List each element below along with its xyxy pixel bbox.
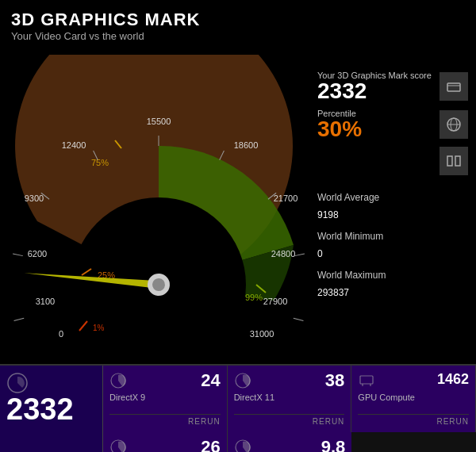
svg-rect-26 [455,156,460,166]
tick-18600: 18600 [234,140,259,150]
world-average-value: 9198 [317,209,339,220]
main-tile-score: 2332 [6,394,96,424]
tile-gpu-score: 1462 [375,372,469,386]
tile-dx10-icon [109,439,127,452]
tick-31000: 31000 [250,329,274,339]
tick-24800: 24800 [271,249,296,259]
pct75-label: 75% [91,158,109,167]
tile-dx9-rerun[interactable]: RERUN [109,414,221,426]
tile-gpu-label: GPU Compute [358,393,469,402]
sub-tiles-grid: 24 DirectX 9 RERUN 38 DirectX 11 RERUN [103,366,476,452]
pct1-label: 1% [93,324,105,332]
world-average: World Average 9198 [317,190,468,224]
page-subtitle: Your Video Card vs the world [11,30,465,42]
tile-dx9-score: 24 [127,372,221,389]
gauge-canvas: 15500 12400 18600 9300 21700 6200 24800 … [8,55,309,340]
tick-3100: 3100 [36,297,55,306]
tick-9300: 9300 [25,193,44,203]
compare-icon [440,147,468,175]
tile-dx12-score: 9.8 [251,439,346,452]
top-section: 15500 12400 18600 9300 21700 6200 24800 … [0,47,476,364]
score-row-percentile: Percentile 30% [317,109,468,140]
tile-gpu: 1462 GPU Compute RERUN [351,366,476,432]
tick-6200: 6200 [28,249,47,259]
world-minimum: World Minimum 0 [317,228,468,262]
page-title: 3D GRAPHICS MARK [11,10,465,30]
tile-dx9: 24 DirectX 9 RERUN [103,366,228,432]
pct99-label: 99% [245,293,263,302]
tile-gpu-rerun[interactable]: RERUN [358,414,469,426]
gauge-svg: 15500 12400 18600 9300 21700 6200 24800 … [8,55,309,340]
svg-line-12 [294,254,305,256]
bottom-section: 2332 3D Graphics Mark RERUN 24 DirectX 9… [0,364,476,452]
tile-dx9-icon [109,372,127,389]
score-value: 2332 [317,80,433,102]
tile-dx9-label: DirectX 9 [109,393,221,402]
gauge-area: 15500 12400 18600 9300 21700 6200 24800 … [8,55,309,364]
main-tile-icon [6,372,29,394]
score-main-icon [440,72,468,101]
main-tile: 2332 3D Graphics Mark RERUN [0,366,103,452]
tick-15500: 15500 [147,117,171,126]
tick-12400: 12400 [62,140,86,150]
score-row-main: Your 3D Graphics Mark score 2332 [317,71,468,102]
score-row-compare [317,147,468,175]
tile-dx10-score: 26 [127,439,221,452]
tile-dx11: 38 DirectX 11 RERUN [228,366,352,432]
tile-dx12-icon [234,439,251,452]
svg-line-16 [13,254,23,256]
tile-dx11-label: DirectX 11 [234,393,345,402]
percentile-value: 30% [317,118,433,140]
tile-dx12: 9.8 DirectX 12 RERUN [228,432,352,452]
world-minimum-value: 0 [317,248,323,259]
tile-dx11-icon [234,372,251,389]
tick-0: 0 [59,329,63,339]
tile-dx11-rerun[interactable]: RERUN [234,414,345,426]
tile-dx10: 26 DirectX 10 RERUN [103,432,228,452]
score-panel: Your 3D Graphics Mark score 2332 Percent… [309,55,468,364]
tick-27900: 27900 [263,297,288,306]
world-maximum: World Maximum 293837 [317,267,468,301]
svg-rect-30 [360,376,373,384]
svg-rect-20 [447,83,460,91]
tile-dx11-score: 38 [251,372,345,389]
world-stats: World Average 9198 World Minimum 0 World… [317,190,468,302]
tick-21700: 21700 [274,193,298,203]
svg-line-13 [294,318,304,320]
world-maximum-value: 293837 [317,287,349,298]
tile-gpu-icon [358,372,375,389]
globe-icon [440,110,468,139]
header: 3D GRAPHICS MARK Your Video Card vs the … [0,0,476,47]
svg-rect-25 [447,156,452,166]
svg-line-17 [14,318,25,320]
